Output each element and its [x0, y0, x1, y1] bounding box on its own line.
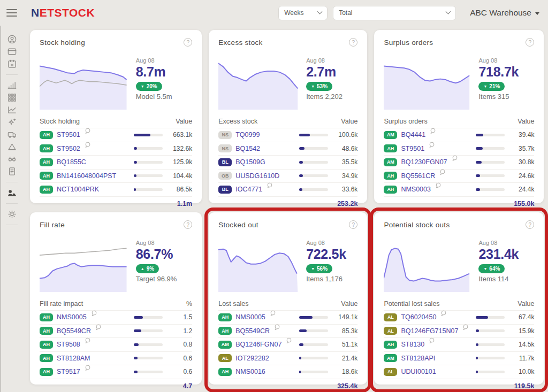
- table-row[interactable]: AH BN1416048004PST 104.4k: [40, 169, 192, 183]
- table-row[interactable]: AH BQ5549CR 1.2: [40, 324, 192, 338]
- table-row[interactable]: OB UUSDG1610D 34.9k: [218, 169, 357, 183]
- item-code-link[interactable]: ST9501: [401, 145, 424, 152]
- table-row[interactable]: AH NCT1004PRK 86.5k: [40, 182, 192, 196]
- help-icon[interactable]: ?: [526, 220, 534, 229]
- item-code-link[interactable]: NMS0003: [401, 186, 431, 193]
- settings-icon[interactable]: [5, 208, 19, 220]
- billing-card-icon[interactable]: [5, 45, 19, 58]
- item-code-link[interactable]: TQ0999: [235, 131, 260, 139]
- item-code-link[interactable]: BN1416048004PST: [57, 172, 116, 180]
- help-icon[interactable]: ?: [349, 220, 357, 229]
- comment-bubble-icon[interactable]: [435, 181, 442, 191]
- item-code-link[interactable]: ST9508: [57, 341, 80, 348]
- comment-bubble-icon[interactable]: [95, 323, 102, 333]
- table-row[interactable]: BL IOC4771 33.6k: [218, 182, 357, 196]
- table-row[interactable]: AH ST9517 0.6: [40, 365, 192, 379]
- item-code-link[interactable]: NMS0016: [235, 368, 265, 375]
- item-code-link[interactable]: ST9501: [57, 131, 80, 139]
- comment-bubble-icon[interactable]: [85, 336, 91, 346]
- item-code-link[interactable]: BQ4441: [401, 131, 425, 139]
- table-row[interactable]: AM BQ4441 39.4k: [384, 128, 534, 142]
- comment-bubble-icon[interactable]: [91, 309, 97, 319]
- item-code-link[interactable]: BQ5561CR: [401, 172, 435, 180]
- table-row[interactable]: AH BQ5561CR 24.6k: [384, 169, 534, 183]
- table-row[interactable]: AH NMS0005 149.1k: [218, 310, 357, 324]
- item-code-link[interactable]: BQ5549CR: [235, 327, 270, 335]
- comment-bubble-icon[interactable]: [274, 323, 280, 333]
- table-row[interactable]: AL BQ1246FG715N07 15.9k: [384, 324, 534, 338]
- line-chart-icon[interactable]: [5, 104, 19, 116]
- table-row[interactable]: BL BQ1509G 35.5k: [218, 155, 357, 169]
- item-code-link[interactable]: NMS0005: [57, 313, 87, 321]
- table-row[interactable]: AH BQ1855C 125.9k: [40, 155, 192, 169]
- sparkles-icon[interactable]: [5, 116, 19, 128]
- item-code-link[interactable]: ST9502: [57, 145, 80, 152]
- table-row[interactable]: AH NMS0005 1.5: [40, 310, 192, 324]
- table-row[interactable]: AH ST9508 0.8: [40, 337, 192, 351]
- scope-select[interactable]: Total: [333, 6, 456, 20]
- comment-bubble-icon[interactable]: [429, 141, 435, 150]
- table-row[interactable]: NS BQ1542 48.6k: [218, 142, 357, 156]
- table-row[interactable]: AH ST8128AM 0.6: [40, 351, 192, 365]
- calendar-icon[interactable]: [5, 58, 19, 70]
- bar-chart-icon[interactable]: [5, 79, 19, 91]
- menu-icon[interactable]: [6, 7, 17, 19]
- comment-bubble-icon[interactable]: [85, 364, 91, 373]
- table-row[interactable]: AM ST8128API 11.7k: [384, 351, 534, 365]
- table-row[interactable]: AH NMS0016 18.6k: [218, 365, 357, 379]
- item-code-link[interactable]: BQ1246FG715N07: [401, 327, 458, 335]
- help-icon[interactable]: ?: [184, 38, 192, 47]
- comment-bubble-icon[interactable]: [267, 181, 273, 191]
- period-select[interactable]: Weeks: [278, 6, 328, 20]
- item-code-link[interactable]: ST8130: [401, 341, 424, 348]
- table-row[interactable]: AM BQ1246FGN07 51.1k: [218, 337, 357, 351]
- item-code-link[interactable]: TQ6020450: [401, 313, 436, 321]
- item-code-link[interactable]: BQ5549CR: [57, 327, 91, 335]
- item-code-link[interactable]: UDUI00101: [401, 368, 436, 375]
- comment-bubble-icon[interactable]: [85, 127, 91, 136]
- table-row[interactable]: AL IOT292282 21.4k: [218, 351, 357, 365]
- table-row[interactable]: AL TQ6020450 67.4k: [384, 310, 534, 324]
- warehouse-dropdown[interactable]: ABC Warehouse: [470, 8, 539, 18]
- binoculars-icon[interactable]: [5, 153, 19, 165]
- triangle-alert-icon[interactable]: [5, 141, 19, 153]
- table-row[interactable]: AH ST9501 663.1k: [40, 128, 192, 142]
- report-icon[interactable]: [5, 165, 19, 178]
- team-image-icon[interactable]: [5, 187, 19, 199]
- item-code-link[interactable]: NMS0005: [235, 313, 265, 321]
- comment-bubble-icon[interactable]: [85, 141, 91, 150]
- help-icon[interactable]: ?: [526, 38, 534, 47]
- item-code-link[interactable]: ST9517: [57, 368, 80, 375]
- item-code-link[interactable]: BQ1542: [235, 145, 260, 152]
- item-code-link[interactable]: BQ1230FGN07: [401, 158, 447, 166]
- item-code-link[interactable]: BQ1855C: [57, 158, 86, 166]
- item-code-link[interactable]: NCT1004PRK: [57, 186, 99, 193]
- item-code-link[interactable]: IOC4771: [235, 186, 262, 193]
- comment-bubble-icon[interactable]: [429, 336, 435, 346]
- comment-bubble-icon[interactable]: [430, 127, 436, 136]
- table-row[interactable]: NS TQ0999 100.6k: [218, 128, 357, 142]
- comment-bubble-icon[interactable]: [439, 168, 446, 178]
- item-code-link[interactable]: BQ1246FGN07: [235, 341, 281, 348]
- item-code-link[interactable]: IOT292282: [235, 355, 269, 362]
- table-row[interactable]: AH ST9501 35.7k: [384, 142, 534, 156]
- comment-bubble-icon[interactable]: [286, 336, 292, 346]
- item-code-link[interactable]: ST8128AM: [57, 355, 90, 362]
- item-code-link[interactable]: BQ1509G: [235, 158, 265, 166]
- grid-icon[interactable]: [5, 91, 19, 104]
- help-icon[interactable]: ?: [184, 220, 192, 229]
- comment-bubble-icon[interactable]: [462, 323, 469, 333]
- table-row[interactable]: AH NMS0003 24.4k: [384, 182, 534, 196]
- table-row[interactable]: AH ST8130 14.5k: [384, 337, 534, 351]
- comment-bubble-icon[interactable]: [270, 309, 276, 319]
- table-row[interactable]: AL UDUI00101 10.0k: [384, 365, 534, 379]
- help-icon[interactable]: ?: [349, 38, 357, 47]
- item-code-link[interactable]: UUSDG1610D: [235, 172, 279, 180]
- table-row[interactable]: AH BQ5549CR 85.3k: [218, 324, 357, 338]
- table-row[interactable]: AH ST9502 132.6k: [40, 142, 192, 156]
- item-code-link[interactable]: ST8128API: [401, 355, 435, 362]
- truck-icon[interactable]: [5, 128, 19, 141]
- account-icon[interactable]: [5, 33, 19, 45]
- comment-bubble-icon[interactable]: [452, 154, 458, 164]
- table-row[interactable]: AM BQ1230FGN07 30.8k: [384, 155, 534, 169]
